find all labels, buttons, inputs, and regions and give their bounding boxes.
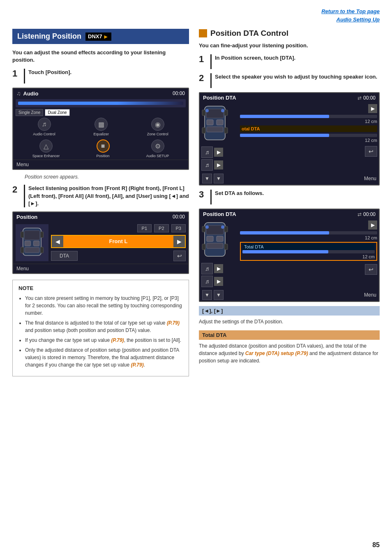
dta1-arrows: ⇄: [357, 95, 362, 101]
left-step2-label: Select listening position from [Front R]…: [28, 185, 189, 206]
left-step1-num: 1: [12, 69, 22, 79]
audio-menu-label: Menu: [16, 162, 29, 167]
dta1-speaker-icon-1[interactable]: ♬: [201, 146, 213, 158]
right-step1-num: 1: [199, 54, 209, 64]
dta1-arrow-right-1[interactable]: ▶: [214, 148, 223, 157]
svg-rect-15: [224, 110, 228, 116]
dta2-dist2-fill: [242, 250, 328, 253]
dta-screen-1: Position DTA ⇄ 00:00: [199, 92, 380, 186]
dta1-nav-row: ▶: [240, 104, 377, 113]
info1-text: Adjust the settings of the DTA position.: [199, 317, 380, 326]
dta2-nav-right[interactable]: ▶: [368, 220, 377, 230]
dta2-header: Position DTA ⇄ 00:00: [200, 209, 379, 219]
dta1-down2[interactable]: ▼: [214, 174, 224, 183]
equalizer-icon: ▩: [95, 118, 108, 131]
dta2-arrow-right-2[interactable]: ▶: [214, 277, 223, 286]
single-zone-badge: Single Zone: [16, 109, 43, 116]
dta2-down2[interactable]: ▼: [214, 290, 224, 300]
space-enhancer-label: Space Enhancer: [32, 154, 60, 158]
back-button[interactable]: ↩: [173, 251, 186, 261]
dta2-body: ♬ ▶ ♬ ▶ ▶ 12 cm: [200, 219, 379, 289]
position-screen-caption: Position screen appears.: [25, 174, 189, 180]
note-link-2[interactable]: (P.79): [111, 337, 124, 343]
note-box: NOTE You can store present setting in me…: [12, 280, 189, 376]
dta1-dist1-fill: [240, 115, 329, 118]
equalizer-label: Equalizer: [93, 132, 109, 136]
dta-button[interactable]: DTA: [51, 251, 78, 261]
dta2-dist2-bar: [242, 250, 375, 253]
dta2-right: ▶ 12 cm Total DTA: [240, 220, 377, 287]
dta2-menu-label: Menu: [364, 292, 376, 298]
svg-rect-6: [40, 232, 43, 237]
position-item: ■ Position: [96, 139, 109, 158]
note-item-1: You can store present setting in memory …: [25, 295, 183, 317]
svg-rect-25: [202, 226, 205, 232]
dta2-row2: ♬ ▶: [201, 276, 238, 287]
selector-right-arrow[interactable]: ▶: [173, 236, 185, 247]
audio-screen-title: ♫ Audio: [16, 90, 38, 97]
dta1-speaker-icon-2[interactable]: ♬: [201, 159, 213, 171]
dta2-speaker-icon-2[interactable]: ♬: [201, 276, 213, 287]
note-link-3[interactable]: (P.79): [131, 362, 144, 368]
selector-left-arrow[interactable]: ◀: [52, 236, 63, 247]
dta1-dist2-label: 12 cm: [365, 138, 377, 143]
right-section-title: Position DTA Control: [210, 29, 288, 38]
audio-setting-link[interactable]: Audio Setting Up: [321, 16, 380, 24]
right-step2-label: Select the speaker you wish to adjust by…: [215, 74, 377, 80]
dual-zone-badge: Dual Zone: [45, 109, 69, 116]
selector-value: Front L: [63, 238, 173, 244]
pos-screen-header: Position 00:00: [13, 212, 188, 222]
dta2-nav-arrows: ▼ ▼: [202, 290, 224, 300]
space-enhancer-item: △ Space Enhancer: [32, 139, 60, 158]
page-number: 85: [372, 541, 380, 549]
audio-setup-label: Audio SETUP: [146, 154, 169, 158]
dta2-down1[interactable]: ▼: [202, 290, 212, 300]
svg-point-29: [205, 225, 209, 229]
dta2-back-btn[interactable]: ↩: [365, 264, 377, 275]
svg-rect-24: [207, 243, 223, 248]
pos-screen-time: 00:00: [173, 214, 185, 220]
dnx7-text: DNX7: [88, 33, 102, 39]
right-step1-label: In Position screen, touch [DTA].: [215, 55, 295, 61]
info1-title: [◄], [►]: [199, 306, 380, 316]
p1-button[interactable]: P1: [137, 224, 152, 232]
dta2-speaker-icon-1[interactable]: ♬: [201, 263, 213, 274]
left-step1-label: Touch [Position].: [28, 69, 71, 75]
note-title: NOTE: [18, 285, 183, 291]
dta1-dist2-bar: [240, 134, 377, 137]
left-step2-vert: [24, 185, 25, 207]
memory-buttons: P1 P2 P3: [51, 224, 186, 232]
dta2-arrow-right-1[interactable]: ▶: [214, 264, 223, 273]
audio-setup-icon: ⚙: [151, 139, 164, 153]
info-section-2: Total DTA The adjusted distance (positio…: [199, 330, 380, 365]
return-top-link[interactable]: Return to the Top page: [321, 7, 380, 16]
dta1-back-row: ↩: [240, 146, 377, 157]
dnx7-badge: DNX7 ►: [85, 32, 111, 41]
dta1-row2: ♬ ▶: [201, 159, 238, 171]
zone-control-item: ◉ Zone Control: [147, 118, 168, 136]
left-step1-vert: [24, 69, 25, 84]
dta1-arrow-right-2[interactable]: ▶: [214, 160, 223, 169]
svg-rect-13: [207, 127, 223, 132]
note-link-1[interactable]: (P.79): [167, 320, 180, 326]
svg-rect-17: [224, 128, 228, 133]
dta2-total-box: Total DTA 12 cm: [240, 242, 377, 261]
dta1-down1[interactable]: ▼: [202, 174, 212, 183]
svg-rect-7: [21, 247, 23, 253]
audio-slider-container: [16, 99, 186, 107]
p3-button[interactable]: P3: [171, 224, 186, 232]
note-item-3: If you change the car type set up value …: [25, 337, 183, 344]
p2-button[interactable]: P2: [154, 224, 168, 232]
dta1-back-btn[interactable]: ↩: [365, 146, 377, 157]
svg-rect-10: [206, 109, 224, 118]
right-step2-vert: [210, 73, 212, 88]
dta2-dist1-bar: [240, 231, 377, 234]
car-type-link[interactable]: Car type (DTA) setup (P.79): [245, 350, 308, 356]
pos-menu-label: Menu: [16, 266, 29, 272]
dta2-car-svg: [201, 220, 236, 262]
svg-rect-22: [207, 236, 213, 241]
audio-menu-row2: △ Space Enhancer ■ Position ⚙ Audio SETU…: [13, 138, 188, 160]
dta2-back-row: ↩: [240, 264, 377, 275]
right-step3: 3 Set DTA as follows.: [199, 190, 380, 204]
dta1-nav-right[interactable]: ▶: [368, 104, 377, 113]
